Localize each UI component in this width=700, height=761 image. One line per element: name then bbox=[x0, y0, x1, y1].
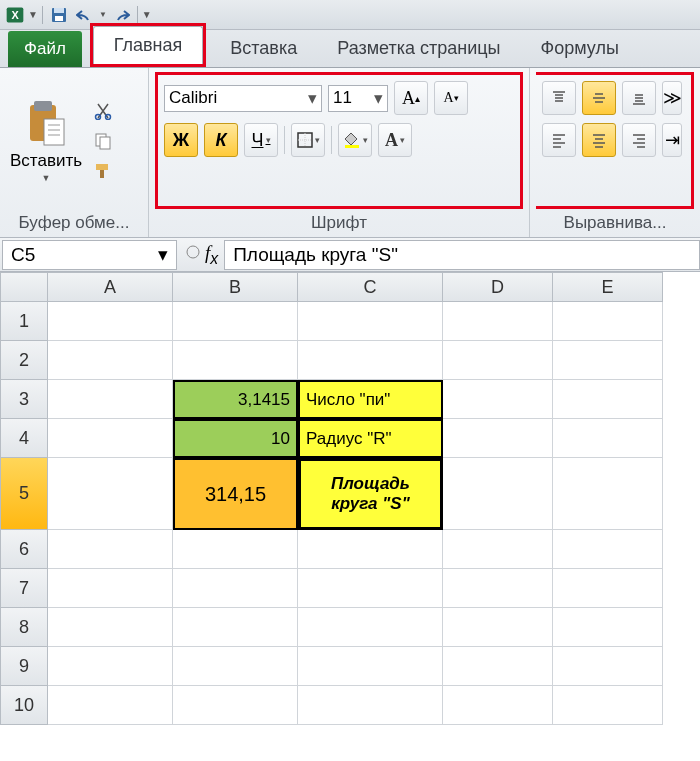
row-header[interactable]: 5 bbox=[0, 458, 48, 530]
cell[interactable] bbox=[48, 380, 173, 419]
cell[interactable] bbox=[553, 458, 663, 530]
row-header[interactable]: 10 bbox=[0, 686, 48, 725]
cell[interactable] bbox=[443, 458, 553, 530]
cell[interactable] bbox=[553, 686, 663, 725]
row-header[interactable]: 1 bbox=[0, 302, 48, 341]
cell[interactable] bbox=[443, 530, 553, 569]
align-bottom-button[interactable] bbox=[622, 81, 656, 115]
cell[interactable] bbox=[553, 569, 663, 608]
tab-home[interactable]: Главная bbox=[93, 26, 204, 64]
cell[interactable] bbox=[298, 302, 443, 341]
cell[interactable] bbox=[443, 341, 553, 380]
cell[interactable] bbox=[553, 530, 663, 569]
cell[interactable] bbox=[48, 530, 173, 569]
qat-customize[interactable]: ▼ bbox=[142, 9, 152, 20]
indent-button[interactable]: ⇥ bbox=[662, 123, 682, 157]
row-header[interactable]: 9 bbox=[0, 647, 48, 686]
cell[interactable] bbox=[298, 647, 443, 686]
tab-page-layout[interactable]: Разметка страницы bbox=[317, 30, 520, 67]
col-header[interactable]: A bbox=[48, 272, 173, 302]
cell[interactable] bbox=[443, 419, 553, 458]
row-header[interactable]: 7 bbox=[0, 569, 48, 608]
cell-C3[interactable]: Число "пи" bbox=[298, 380, 443, 419]
tab-insert[interactable]: Вставка bbox=[210, 30, 317, 67]
cell[interactable] bbox=[298, 686, 443, 725]
cell-C4[interactable]: Радиус "R" bbox=[298, 419, 443, 458]
cell[interactable] bbox=[48, 647, 173, 686]
cell[interactable] bbox=[173, 569, 298, 608]
select-all-corner[interactable] bbox=[0, 272, 48, 302]
row-header[interactable]: 3 bbox=[0, 380, 48, 419]
cell[interactable] bbox=[553, 341, 663, 380]
row-header[interactable]: 2 bbox=[0, 341, 48, 380]
fx-icon[interactable]: fx bbox=[205, 242, 218, 268]
cell[interactable] bbox=[48, 419, 173, 458]
cell[interactable] bbox=[298, 569, 443, 608]
cell[interactable] bbox=[48, 569, 173, 608]
cell[interactable] bbox=[443, 686, 553, 725]
fill-color-button[interactable]: ▾ bbox=[338, 123, 372, 157]
font-size-combo[interactable]: 11▾ bbox=[328, 85, 388, 112]
cell[interactable] bbox=[553, 302, 663, 341]
paste-button[interactable]: Вставить ▼ bbox=[6, 95, 86, 187]
cell-B5[interactable]: 314,15 bbox=[173, 458, 298, 530]
bold-button[interactable]: Ж bbox=[164, 123, 198, 157]
font-name-combo[interactable]: Calibri▾ bbox=[164, 85, 322, 112]
tab-file[interactable]: Файл bbox=[8, 31, 82, 67]
cell[interactable] bbox=[443, 647, 553, 686]
format-painter-button[interactable] bbox=[90, 158, 116, 184]
cell[interactable] bbox=[443, 608, 553, 647]
cell[interactable] bbox=[298, 530, 443, 569]
cell[interactable] bbox=[48, 341, 173, 380]
font-color-button[interactable]: A▾ bbox=[378, 123, 412, 157]
col-header[interactable]: C bbox=[298, 272, 443, 302]
orientation-button[interactable]: ≫ bbox=[662, 81, 682, 115]
cell[interactable] bbox=[553, 608, 663, 647]
cut-button[interactable] bbox=[90, 98, 116, 124]
cell-B3[interactable]: 3,1415 bbox=[173, 380, 298, 419]
col-header[interactable]: E bbox=[553, 272, 663, 302]
underline-button[interactable]: Ч▾ bbox=[244, 123, 278, 157]
cell[interactable] bbox=[443, 380, 553, 419]
cell[interactable] bbox=[443, 302, 553, 341]
cell[interactable] bbox=[173, 341, 298, 380]
align-left-button[interactable] bbox=[542, 123, 576, 157]
cell[interactable] bbox=[553, 380, 663, 419]
align-top-button[interactable] bbox=[542, 81, 576, 115]
cell[interactable] bbox=[48, 302, 173, 341]
cell[interactable] bbox=[48, 686, 173, 725]
align-middle-button[interactable] bbox=[582, 81, 616, 115]
row-header[interactable]: 4 bbox=[0, 419, 48, 458]
cell[interactable] bbox=[553, 419, 663, 458]
italic-button[interactable]: К bbox=[204, 123, 238, 157]
borders-button[interactable]: ▾ bbox=[291, 123, 325, 157]
cell-C5[interactable]: Площадь круга "S" bbox=[298, 458, 443, 530]
cell[interactable] bbox=[173, 302, 298, 341]
cell[interactable] bbox=[48, 608, 173, 647]
tab-formulas[interactable]: Формулы bbox=[521, 30, 639, 67]
grow-font-button[interactable]: A▴ bbox=[394, 81, 428, 115]
copy-button[interactable] bbox=[90, 128, 116, 154]
cell[interactable] bbox=[48, 458, 173, 530]
row-header[interactable]: 6 bbox=[0, 530, 48, 569]
insert-function-icon[interactable] bbox=[185, 244, 201, 264]
col-header[interactable]: D bbox=[443, 272, 553, 302]
row-header[interactable]: 8 bbox=[0, 608, 48, 647]
cell[interactable] bbox=[553, 647, 663, 686]
align-center-button[interactable] bbox=[582, 123, 616, 157]
align-right-button[interactable] bbox=[622, 123, 656, 157]
save-button[interactable] bbox=[47, 4, 71, 26]
cell[interactable] bbox=[173, 608, 298, 647]
name-box[interactable]: C5▾ bbox=[2, 240, 177, 270]
cell-B4[interactable]: 10 bbox=[173, 419, 298, 458]
col-header[interactable]: B bbox=[173, 272, 298, 302]
cell[interactable] bbox=[443, 569, 553, 608]
undo-dropdown[interactable]: ▼ bbox=[99, 10, 107, 19]
formula-bar[interactable]: Площадь круга "S" bbox=[224, 240, 700, 270]
cell[interactable] bbox=[298, 341, 443, 380]
cell[interactable] bbox=[173, 686, 298, 725]
cell[interactable] bbox=[173, 530, 298, 569]
cell[interactable] bbox=[173, 647, 298, 686]
app-menu-dropdown[interactable]: ▼ bbox=[28, 9, 38, 20]
shrink-font-button[interactable]: A▾ bbox=[434, 81, 468, 115]
